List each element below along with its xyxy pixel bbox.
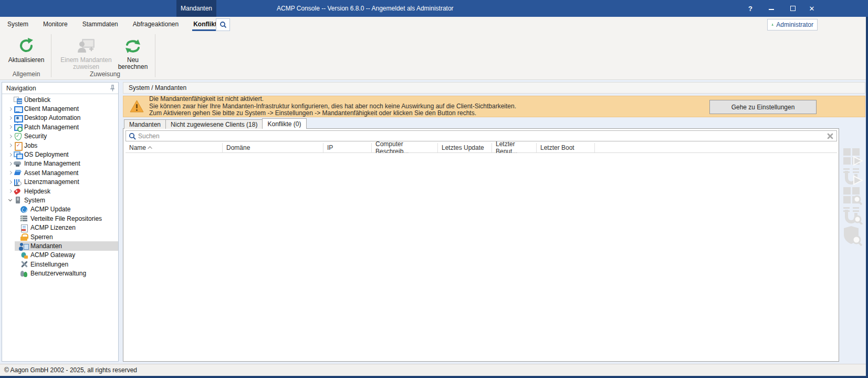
sidebar-item-label: Helpdesk — [24, 188, 50, 195]
maximize-button[interactable] — [784, 0, 802, 17]
pin-icon[interactable] — [108, 85, 115, 91]
side-action-strip — [842, 147, 864, 246]
warning-line-3: Zum Aktivieren gehen Sie bitte zu System… — [149, 110, 516, 117]
minimize-icon — [769, 9, 774, 10]
column-header-letzter-benutzer[interactable]: Letzter Benut... — [492, 143, 537, 152]
column-header-computer-beschreibung[interactable]: Computer Beschreib... — [372, 143, 438, 152]
close-button[interactable]: ✕ — [803, 0, 821, 17]
column-header-name[interactable]: Name — [126, 143, 223, 152]
chevron-right-icon[interactable] — [8, 125, 12, 129]
chevron-right-icon[interactable] — [8, 162, 12, 166]
tab-konflikte[interactable]: Konflikte (0) — [262, 118, 306, 129]
clear-search-button[interactable] — [826, 132, 834, 140]
sidebar-item-os-deployment[interactable]: OS Deployment — [2, 150, 118, 159]
refresh-icon — [17, 37, 35, 55]
chevron-right-icon[interactable] — [8, 180, 12, 184]
os-deployment-icon — [14, 151, 22, 159]
menu-item-stammdaten[interactable]: Stammdaten — [82, 17, 118, 32]
sidebar-item-lizenzmanagement[interactable]: Lizenzmanagement — [2, 178, 118, 187]
table-body-empty[interactable] — [126, 153, 837, 359]
tab-mandanten[interactable]: Mandanten — [124, 119, 166, 129]
sidebar-item-sperren[interactable]: Sperren — [2, 232, 118, 241]
sidebar-item-acmp-gateway[interactable]: ACMP Gateway — [2, 251, 118, 260]
gehe-zu-einstellungen-button[interactable]: Gehe zu Einstellungen — [709, 100, 817, 114]
sidebar-item-acmp-update[interactable]: ACMP Update — [2, 205, 118, 214]
overview-icon — [14, 96, 22, 104]
sidebar-item-mandanten[interactable]: Mandanten — [2, 241, 118, 250]
no-chevron — [8, 98, 12, 101]
sidebar-item-label: Security — [24, 132, 47, 140]
help-button[interactable]: ? — [741, 0, 759, 17]
ribbon-separator — [155, 34, 155, 77]
acmp-console-window: Mandanten ACMP Console -- Version 6.8.0 … — [0, 0, 868, 378]
titlebar-tab-mandanten[interactable]: Mandanten — [176, 0, 216, 17]
intune-management-icon — [14, 160, 22, 168]
system-icon — [14, 196, 22, 204]
sidebar-item-label: OS Deployment — [24, 151, 69, 158]
grid-play-icon — [842, 147, 863, 166]
chevron-right-icon[interactable] — [8, 171, 12, 175]
sidebar-item-label: Intune Management — [24, 160, 80, 167]
sidebar-item-label: System — [24, 197, 45, 204]
column-header-domaene[interactable]: Domäne — [223, 143, 323, 152]
sidebar-item-asset-management[interactable]: Asset Management — [2, 168, 118, 177]
search-box[interactable] — [126, 130, 837, 141]
minimize-button[interactable] — [762, 0, 780, 17]
sidebar-item-einstellungen[interactable]: Einstellungen — [2, 260, 118, 269]
titlebar[interactable]: Mandanten ACMP Console -- Version 6.8.0 … — [0, 0, 868, 17]
menu-item-monitore[interactable]: Monitore — [43, 17, 68, 32]
tab-nicht-zugewiesene-clients[interactable]: Nicht zugewiesene Clients (18) — [165, 119, 263, 129]
sidebar-item-label: Sperren — [30, 233, 53, 241]
sidebar-item-patch-management[interactable]: Patch Management — [2, 122, 118, 131]
chevron-right-icon[interactable] — [8, 116, 12, 120]
sidebar-item-system[interactable]: System — [2, 196, 118, 205]
shield-icon — [14, 132, 22, 140]
navigation-tree: Überblick Client Management Desktop Auto… — [2, 95, 118, 361]
menu-item-abfrageaktionen[interactable]: Abfrageaktionen — [133, 17, 179, 32]
sidebar-item-desktop-automation[interactable]: Desktop Automation — [2, 114, 118, 122]
users-icon — [20, 270, 28, 278]
chevron-right-icon[interactable] — [8, 152, 12, 156]
warning-text: Die Mandantenfähigkeit ist nicht aktivie… — [149, 96, 516, 117]
search-input[interactable] — [138, 132, 826, 140]
sidebar-item-security[interactable]: Security — [2, 132, 118, 141]
jobs-icon — [14, 141, 22, 149]
lizenzmanagement-icon — [14, 178, 22, 186]
chevron-right-icon[interactable] — [8, 144, 12, 147]
aktualisieren-label: Aktualisieren — [8, 57, 45, 64]
chevron-right-icon[interactable] — [8, 189, 12, 193]
aktualisieren-button[interactable]: Aktualisieren — [4, 34, 48, 64]
sidebar-item-benutzerverwaltung[interactable]: Benutzerverwaltung — [2, 269, 118, 278]
chevron-right-icon[interactable] — [8, 107, 12, 111]
column-header-letzter-boot[interactable]: Letzter Boot — [537, 143, 595, 152]
mandanten-icon — [20, 242, 28, 250]
sidebar-item-label: Benutzerverwaltung — [30, 270, 86, 277]
column-header-letztes-update[interactable]: Letztes Update — [438, 143, 492, 152]
warning-line-2: Sie können zwar hier Ihre Mandanten-Infr… — [149, 103, 516, 110]
administrator-label: Administrator — [776, 21, 813, 28]
sidebar-item-jobs[interactable]: Jobs — [2, 141, 118, 150]
chevron-right-icon[interactable] — [8, 135, 12, 138]
acmp-update-icon — [20, 206, 28, 213]
column-header-ip[interactable]: IP — [323, 143, 372, 152]
administrator-button[interactable]: Administrator — [767, 19, 818, 30]
menu-item-system[interactable]: System — [7, 17, 28, 32]
neu-berechnen-button[interactable]: Neu berechnen — [115, 34, 151, 70]
menu-search-button[interactable] — [216, 18, 230, 31]
breadcrumb: System / Mandanten — [123, 82, 865, 94]
sidebar-item-client-management[interactable]: Client Management — [2, 104, 118, 113]
sidebar-item-helpdesk[interactable]: Helpdesk — [2, 187, 118, 196]
warning-line-1: Die Mandantenfähigkeit ist nicht aktivie… — [149, 96, 516, 103]
chevron-down-icon[interactable] — [8, 198, 12, 201]
sidebar-item-ueberblick[interactable]: Überblick — [2, 95, 118, 104]
navigation-title: Navigation — [6, 85, 36, 92]
acmp-lizenzen-icon — [20, 224, 28, 232]
sidebar-item-label: Patch Management — [24, 124, 79, 131]
sidebar-item-label: Desktop Automation — [24, 114, 80, 121]
helpdesk-icon — [14, 187, 22, 195]
sidebar-item-intune-management[interactable]: Intune Management — [2, 159, 118, 168]
sidebar-item-verteilte-file-repositories[interactable]: Verteilte File Repositories — [2, 214, 118, 223]
sidebar-item-acmp-lizenzen[interactable]: ACMP Lizenzen — [2, 223, 118, 232]
sort-ascending-icon — [148, 146, 152, 150]
sidebar-item-label: Mandanten — [30, 242, 62, 250]
